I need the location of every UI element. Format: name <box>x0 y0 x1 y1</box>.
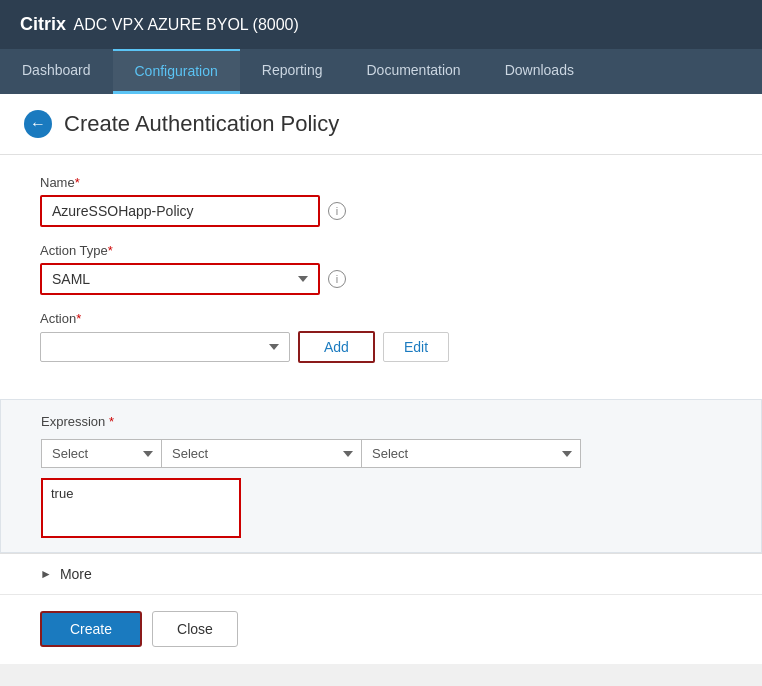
expression-select-2[interactable]: Select <box>161 439 361 468</box>
action-select[interactable] <box>40 332 290 362</box>
close-button[interactable]: Close <box>152 611 238 647</box>
expression-label: Expression * <box>41 414 721 429</box>
action-input-row: Add Edit <box>40 331 722 363</box>
page-title: Create Authentication Policy <box>64 111 339 137</box>
action-type-select[interactable]: SAML <box>40 263 320 295</box>
brand-product: ADC VPX AZURE BYOL (8000) <box>70 16 299 33</box>
name-group: Name* i <box>40 175 722 227</box>
footer-buttons: Create Close <box>0 594 762 663</box>
nav-dashboard[interactable]: Dashboard <box>0 49 113 94</box>
nav-configuration[interactable]: Configuration <box>113 49 240 94</box>
navigation: Dashboard Configuration Reporting Docume… <box>0 49 762 94</box>
header: Citrix ADC VPX AZURE BYOL (8000) <box>0 0 762 49</box>
nav-reporting[interactable]: Reporting <box>240 49 345 94</box>
nav-downloads[interactable]: Downloads <box>483 49 596 94</box>
action-type-input-row: SAML i <box>40 263 722 295</box>
name-label: Name* <box>40 175 722 190</box>
name-input-row: i <box>40 195 722 227</box>
expression-select-1[interactable]: Select <box>41 439 161 468</box>
more-arrow-icon: ► <box>40 567 52 581</box>
action-type-label: Action Type* <box>40 243 722 258</box>
action-type-info-icon[interactable]: i <box>328 270 346 288</box>
page-header: ← Create Authentication Policy <box>0 94 762 155</box>
name-info-icon[interactable]: i <box>328 202 346 220</box>
expression-textarea[interactable]: true <box>41 478 241 538</box>
action-type-group: Action Type* SAML i <box>40 243 722 295</box>
expression-section: Expression * Select Select Select true <box>0 399 762 553</box>
more-section: ► More <box>0 553 762 594</box>
action-label: Action* <box>40 311 722 326</box>
nav-documentation[interactable]: Documentation <box>344 49 482 94</box>
expression-select-row: Select Select Select <box>41 439 721 468</box>
back-button[interactable]: ← <box>24 110 52 138</box>
content-area: ← Create Authentication Policy Name* i A… <box>0 94 762 664</box>
create-button[interactable]: Create <box>40 611 142 647</box>
brand: Citrix ADC VPX AZURE BYOL (8000) <box>20 14 299 35</box>
action-group: Action* Add Edit <box>40 311 722 363</box>
edit-button[interactable]: Edit <box>383 332 449 362</box>
more-label: More <box>60 566 92 582</box>
name-input[interactable] <box>40 195 320 227</box>
brand-citrix: Citrix <box>20 14 66 34</box>
expression-select-3[interactable]: Select <box>361 439 581 468</box>
form-area: Name* i Action Type* SAML i Action* <box>0 155 762 399</box>
add-button[interactable]: Add <box>298 331 375 363</box>
more-toggle[interactable]: ► More <box>40 566 722 582</box>
